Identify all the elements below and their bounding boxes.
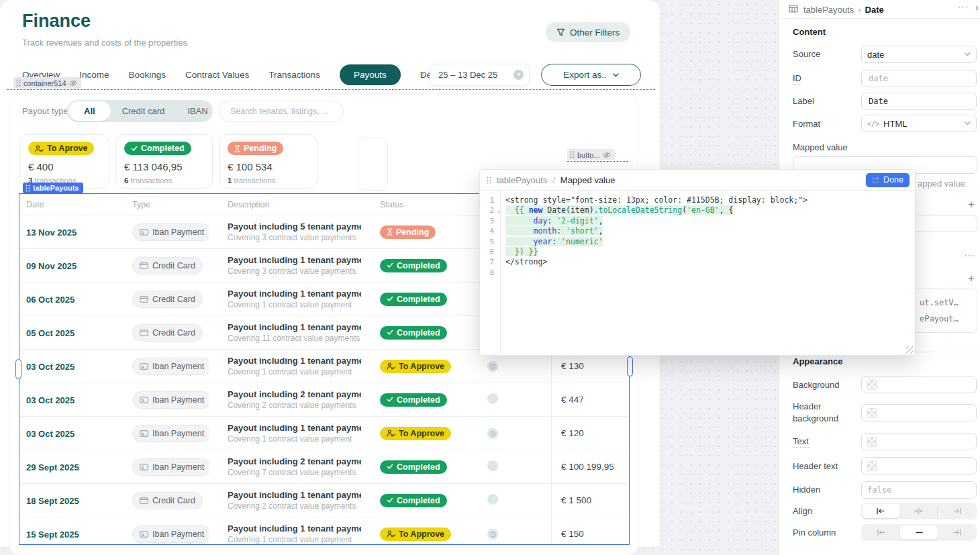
amount-cell: € 120: [551, 428, 630, 438]
person-check-icon: [387, 530, 395, 538]
date-range-value: 25 – 13 Dec 25: [438, 70, 513, 80]
table-row[interactable]: 03 Oct 2025Iban PaymentPayout including …: [19, 383, 629, 417]
align-right-button[interactable]: [938, 504, 975, 518]
align-center-button[interactable]: [900, 504, 938, 518]
column-header-type[interactable]: Type: [113, 200, 209, 209]
segment-credit-card[interactable]: Credit card: [111, 101, 177, 121]
pin-left-button[interactable]: [863, 525, 900, 540]
clear-date-icon[interactable]: ✕: [513, 70, 524, 80]
date-value: 09 Nov 2025: [26, 261, 77, 271]
line-number: 7: [480, 257, 500, 267]
table-row[interactable]: 15 Sept 2025Iban PaymentPayout including…: [19, 517, 629, 550]
popup-header[interactable]: tablePayouts / Mapped value Done: [480, 170, 915, 191]
button-badge-label: butto...: [577, 151, 600, 159]
button-badge[interactable]: butto...: [567, 149, 615, 160]
add-action-icon[interactable]: +: [968, 272, 975, 284]
breadcrumb-component[interactable]: tablePayouts: [803, 5, 854, 15]
column-header-date[interactable]: Date: [19, 200, 113, 209]
code-text[interactable]: day: '2-digit',: [500, 216, 603, 226]
hidden-value[interactable]: false: [867, 485, 891, 495]
label-input[interactable]: [867, 96, 971, 107]
code-text[interactable]: </strong>: [500, 257, 547, 267]
code-text[interactable]: <strong style="font-size: 13px; color: #…: [500, 195, 807, 205]
status-badge-approve: To Approve: [380, 527, 451, 541]
tab-bookings[interactable]: Bookings: [129, 70, 166, 80]
code-text[interactable]: [500, 268, 505, 278]
amount-cell: € 130: [551, 361, 630, 371]
table-row[interactable]: 18 Sept 2025Credit CardPayout including …: [19, 484, 629, 517]
column-header-description[interactable]: Description: [209, 200, 361, 209]
export-button[interactable]: Export as..: [541, 64, 641, 86]
pin-none-button[interactable]: [900, 525, 938, 540]
segment-all[interactable]: All: [68, 101, 111, 121]
clock-icon-button[interactable]: [487, 428, 498, 439]
dot-icon-button[interactable]: [487, 393, 498, 404]
add-icon[interactable]: +: [968, 199, 975, 210]
appearance-section-heading: Appearance: [793, 356, 842, 366]
align-left-button[interactable]: [863, 504, 900, 518]
summary-card-pending: Pending€ 100 5341 transactions: [219, 134, 317, 189]
code-text[interactable]: year: 'numeric': [500, 237, 603, 247]
tab-payouts[interactable]: Payouts: [340, 64, 401, 85]
header-background-color-field[interactable]: [861, 404, 977, 421]
tab-transactions[interactable]: Transactions: [268, 70, 320, 80]
badge-label: To Aprove: [47, 144, 87, 153]
table-row[interactable]: 03 Oct 2025Iban PaymentPayout including …: [19, 417, 629, 450]
header-text-color-field[interactable]: [861, 457, 977, 474]
panel-collapse-icon[interactable]: ›: [975, 2, 979, 13]
type-chip: Iban Payment: [132, 425, 209, 442]
chevron-down-icon: [965, 52, 971, 56]
tabs-scroll-chevron-icon[interactable]: ›: [421, 68, 424, 79]
table-badge[interactable]: tablePayouts: [23, 183, 83, 193]
format-select[interactable]: </> HTML: [861, 115, 977, 132]
drag-handle-icon[interactable]: [487, 176, 491, 184]
resize-handle-right[interactable]: [627, 356, 633, 376]
source-select[interactable]: date: [861, 46, 977, 63]
align-label: Align: [793, 506, 812, 516]
description-sub: Covering 1 contract value payment: [228, 534, 361, 545]
description-sub: Covering 1 contract value payment: [228, 299, 361, 310]
code-text[interactable]: {{ new Date(item).toLocaleDateString('en…: [500, 205, 733, 215]
resize-handle-left[interactable]: [15, 359, 21, 379]
action-item[interactable]: ut.setV…: [920, 298, 959, 307]
summary-cards: To Aprove€ 4003 transactionsCompleted€ 1…: [19, 134, 317, 189]
done-button[interactable]: Done: [866, 173, 910, 187]
code-text[interactable]: month: 'short',: [500, 226, 603, 236]
done-label: Done: [883, 175, 903, 185]
code-editor[interactable]: 1<strong style="font-size: 13px; color: …: [480, 191, 915, 356]
tab-contract-values[interactable]: Contract Values: [185, 70, 249, 80]
date-value: 13 Nov 2025: [26, 228, 77, 238]
id-input[interactable]: [867, 73, 971, 84]
table-row[interactable]: 29 Sept 2025Iban PaymentPayout including…: [19, 450, 629, 484]
text-color-field[interactable]: [861, 433, 977, 450]
date-cell: 05 Oct 2025: [19, 327, 113, 339]
panel-menu-icon[interactable]: ···: [958, 1, 969, 11]
dot-icon-button[interactable]: [487, 494, 498, 505]
summary-card-completed: Completed€ 113 046,956 transactions: [115, 134, 213, 189]
segment-iban[interactable]: IBAN: [176, 101, 219, 121]
clock-icon-button[interactable]: [487, 529, 498, 540]
description-title: Payout including 2 tenant payments: [228, 389, 361, 400]
container-badge[interactable]: container514: [13, 77, 81, 89]
action-item[interactable]: ePayout…: [920, 314, 959, 323]
clock-icon-button[interactable]: [487, 361, 498, 372]
description-cell: Payout including 1 tenant paymentCoverin…: [209, 255, 361, 276]
status-cell: Completed: [361, 293, 474, 306]
color-swatch-icon: [867, 437, 877, 447]
background-color-field[interactable]: [861, 376, 977, 393]
status-badge-approve: To Approve: [380, 427, 451, 440]
date-range-input[interactable]: 25 – 13 Dec 25 ✕: [430, 64, 530, 86]
tab-income[interactable]: Income: [79, 70, 109, 80]
description-title: Payout including 1 tenant payment: [228, 322, 361, 333]
more-icon[interactable]: ···: [964, 250, 975, 260]
fold-icon[interactable]: ⌄: [497, 205, 501, 215]
tx-count: 6: [124, 176, 128, 185]
dot-icon-button[interactable]: [487, 460, 498, 471]
other-filters-button[interactable]: Other Filters: [546, 22, 630, 42]
column-header-status[interactable]: Status: [361, 200, 474, 209]
resize-corner-handle[interactable]: [906, 346, 914, 354]
search-input[interactable]: [229, 106, 334, 117]
pin-right-button[interactable]: [938, 525, 975, 540]
date-value: 03 Oct 2025: [26, 429, 75, 439]
code-text[interactable]: }) }}: [500, 247, 538, 257]
